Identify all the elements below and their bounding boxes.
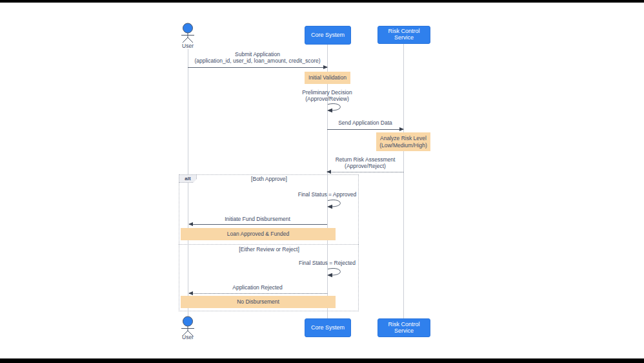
self-message-params-preliminary-decision: (Approve/Review) bbox=[295, 96, 359, 102]
message-params-return-risk-assessment: (Approve/Reject) bbox=[323, 163, 407, 169]
message-arrow-send-application-data bbox=[327, 129, 403, 130]
note-analyze-risk-level-params: (Low/Medium/High) bbox=[379, 142, 427, 149]
alt-fragment-tab: alt bbox=[179, 174, 197, 183]
sequence-diagram-canvas: User Core System Risk Control Service Su… bbox=[0, 0, 644, 363]
note-no-disbursement-text: No Disbursement bbox=[237, 298, 279, 306]
lifeline-risk-control bbox=[403, 44, 404, 318]
self-message-label-preliminary-decision: Preliminary Decision bbox=[295, 89, 359, 96]
alt-condition-both-approve: [Both Approve] bbox=[205, 176, 334, 182]
message-params-submit-application: (application_id, user_id, loan_amount, c… bbox=[170, 57, 345, 64]
message-arrow-initiate-fund-disbursement bbox=[189, 224, 327, 225]
participant-risk-control-bottom: Risk Control Service bbox=[377, 318, 430, 337]
participant-core-system-top: Core System bbox=[305, 26, 351, 45]
message-arrow-return-risk-assessment bbox=[327, 172, 403, 172]
message-arrow-application-rejected bbox=[189, 293, 327, 294]
self-message-label-final-status-approved: Final Status = Approved bbox=[288, 191, 366, 198]
participant-risk-control-top: Risk Control Service bbox=[377, 26, 430, 44]
message-label-send-application-data: Send Application Data bbox=[327, 119, 404, 126]
self-message-label-final-status-rejected: Final Status = Rejected bbox=[288, 260, 366, 266]
note-initial-validation: Initial Validation bbox=[305, 72, 350, 84]
message-label-application-rejected: Application Rejected bbox=[212, 284, 303, 291]
actor-label-user-top: User bbox=[175, 43, 201, 49]
message-label-initiate-fund-disbursement: Initiate Fund Disbursement bbox=[212, 216, 303, 222]
bottom-letterbox-bar bbox=[0, 358, 644, 363]
note-loan-approved-funded: Loan Approved & Funded bbox=[181, 228, 336, 240]
note-loan-approved-funded-text: Loan Approved & Funded bbox=[227, 231, 289, 238]
note-analyze-risk-level-text: Analyze Risk Level bbox=[380, 135, 427, 142]
participant-core-system-bottom: Core System bbox=[305, 318, 351, 337]
alt-section-divider bbox=[179, 244, 359, 245]
message-label-return-risk-assessment: Return Risk Assessment bbox=[323, 156, 407, 163]
alt-condition-either-review-reject: [Either Review or Reject] bbox=[205, 246, 334, 253]
note-initial-validation-text: Initial Validation bbox=[308, 74, 347, 81]
actor-label-user-bottom: User bbox=[175, 334, 201, 340]
top-letterbox-bar bbox=[0, 0, 644, 3]
message-arrow-submit-application bbox=[188, 67, 327, 68]
note-analyze-risk-level: Analyze Risk Level (Low/Medium/High) bbox=[376, 132, 430, 151]
note-no-disbursement: No Disbursement bbox=[181, 296, 336, 308]
message-label-submit-application: Submit Application bbox=[193, 51, 322, 57]
